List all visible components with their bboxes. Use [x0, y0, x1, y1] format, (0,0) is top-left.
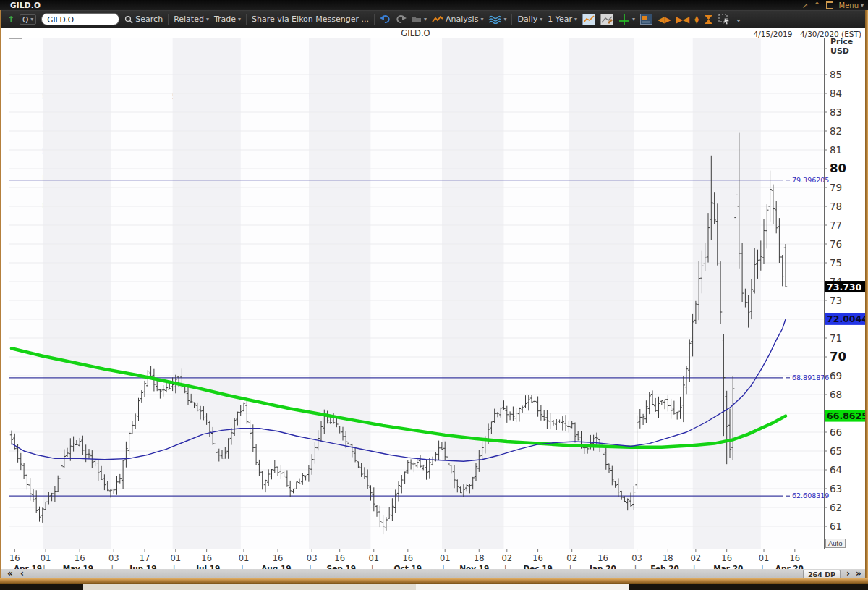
interval-select[interactable]: Daily▾: [517, 14, 542, 24]
svg-text:16: 16: [201, 553, 212, 563]
svg-text:72.0044: 72.0044: [827, 313, 865, 324]
svg-text:78: 78: [830, 201, 842, 212]
chart-edit-button[interactable]: [600, 14, 613, 25]
window-titlebar: GILD.O ↗ ^ Menu▾: [0, 0, 868, 10]
svg-text:17: 17: [140, 553, 150, 563]
quote-type-button[interactable]: Q▾: [20, 14, 36, 25]
svg-text:01: 01: [239, 553, 250, 563]
collapse-icon[interactable]: ^: [814, 1, 820, 9]
restore-window-icon[interactable]: [826, 1, 833, 9]
redo-icon: [396, 14, 407, 24]
share-messenger-button[interactable]: Share via Eikon Messenger ...: [252, 14, 369, 24]
undo-button[interactable]: [380, 14, 391, 24]
svg-text:82: 82: [830, 125, 842, 137]
svg-text:66: 66: [830, 426, 842, 438]
expand-horizontal-button[interactable]: ◀▶: [658, 14, 671, 25]
price-up-arrow-icon: ↑: [7, 14, 14, 25]
search-button[interactable]: Search: [124, 14, 163, 24]
chart-scrollbar[interactable]: « ‹ 264 DP › »: [1, 569, 865, 578]
svg-text:16: 16: [403, 553, 414, 563]
svg-text:80: 80: [830, 161, 846, 175]
open-chart-button[interactable]: ▾: [412, 15, 427, 23]
svg-text:76: 76: [830, 238, 842, 250]
svg-text:03: 03: [109, 553, 119, 563]
svg-text:16: 16: [790, 553, 801, 563]
svg-text:64: 64: [830, 464, 842, 476]
main-toolbar: ↑ Q▾ Search Related▾ Trade▾ Share via Ei…: [1, 10, 867, 28]
chart-pencil-icon: [600, 14, 613, 25]
expand-vertical-button[interactable]: ▲▼: [694, 16, 699, 23]
svg-text:16: 16: [532, 553, 543, 563]
svg-text:79: 79: [830, 182, 842, 193]
svg-text:18: 18: [474, 553, 485, 563]
scroll-right-button[interactable]: ›: [846, 568, 850, 578]
svg-text:68.891876: 68.891876: [792, 374, 829, 382]
svg-text:66.8625: 66.8625: [827, 410, 865, 421]
svg-text:01: 01: [41, 553, 51, 563]
svg-text:01: 01: [759, 553, 770, 563]
window-title: GILD.O: [10, 1, 41, 9]
svg-text:01: 01: [440, 553, 451, 563]
sma200-price-flag: 66.8625: [825, 410, 865, 422]
auto-scale-button[interactable]: Auto: [825, 539, 846, 548]
taskbar-white-segment: [416, 584, 629, 590]
panel-layout-icon: [640, 14, 652, 25]
svg-text:71: 71: [830, 332, 842, 344]
symbol-input[interactable]: [41, 13, 119, 25]
scroll-left-button[interactable]: ‹: [20, 568, 24, 578]
date-axis[interactable]: 1601160317011601160316011601180216021603…: [9, 549, 804, 570]
layout-button[interactable]: [640, 14, 652, 25]
svg-text:16: 16: [273, 553, 284, 563]
svg-text:Price: Price: [830, 37, 853, 46]
price-chart[interactable]: 79.39620568.89187662.608319PriceUSD61626…: [9, 28, 865, 570]
selection-cursor-icon: [718, 14, 731, 25]
last-price-flag: 73.730: [825, 281, 865, 292]
eikon-window: { "titlebar": {"title": "GILD.O", "menu_…: [0, 0, 868, 590]
svg-text:16: 16: [597, 553, 608, 563]
waves-overlay-button[interactable]: ▾: [488, 15, 506, 24]
window-border-left: [0, 10, 1, 579]
svg-text:65: 65: [830, 445, 842, 457]
svg-text:03: 03: [307, 553, 318, 563]
svg-text:61: 61: [830, 521, 842, 532]
window-border-right: [865, 10, 868, 579]
svg-text:16: 16: [75, 553, 85, 563]
time-compress-button[interactable]: [704, 14, 713, 25]
svg-text:68: 68: [830, 389, 842, 400]
menu-button[interactable]: Menu▾: [839, 1, 864, 9]
analysis-zigzag-icon: [432, 16, 443, 23]
popout-icon[interactable]: ↗: [802, 1, 808, 9]
scroll-far-right-button[interactable]: »: [856, 568, 861, 578]
svg-text:16: 16: [721, 553, 732, 563]
svg-text:16: 16: [334, 553, 345, 563]
svg-text:63: 63: [830, 483, 842, 494]
crosshair-button[interactable]: ▾: [618, 14, 635, 25]
related-button[interactable]: Related▾: [174, 14, 209, 24]
folder-icon: [412, 15, 422, 23]
crosshair-icon: [618, 14, 630, 25]
svg-text:02: 02: [691, 553, 702, 563]
svg-text:01: 01: [368, 553, 379, 563]
sma50-price-flag: 72.0044: [825, 313, 865, 325]
zoom-select-button[interactable]: [718, 14, 731, 25]
search-icon: [124, 15, 133, 24]
trade-button[interactable]: Trade▾: [214, 14, 241, 24]
svg-text:03: 03: [631, 553, 642, 563]
svg-text:73.730: 73.730: [827, 282, 862, 292]
svg-text:18: 18: [663, 553, 673, 563]
svg-text:16: 16: [9, 553, 20, 563]
svg-text:83: 83: [830, 106, 842, 118]
scroll-far-left-button[interactable]: «: [7, 568, 13, 578]
redo-button[interactable]: [396, 14, 407, 24]
compress-horizontal-button[interactable]: ▶◀: [676, 14, 689, 25]
svg-text:USD: USD: [830, 46, 849, 56]
svg-text:02: 02: [501, 553, 512, 563]
svg-text:85: 85: [830, 69, 842, 80]
chart-type-button[interactable]: [582, 14, 595, 25]
svg-text:62: 62: [830, 502, 842, 513]
range-select[interactable]: 1 Year▾: [548, 14, 577, 24]
taskbar-strip: [0, 584, 868, 590]
more-tools-chevron[interactable]: ⌄⌄: [736, 17, 741, 22]
analysis-button[interactable]: Analysis▾: [432, 14, 483, 24]
svg-text:84: 84: [830, 88, 842, 99]
